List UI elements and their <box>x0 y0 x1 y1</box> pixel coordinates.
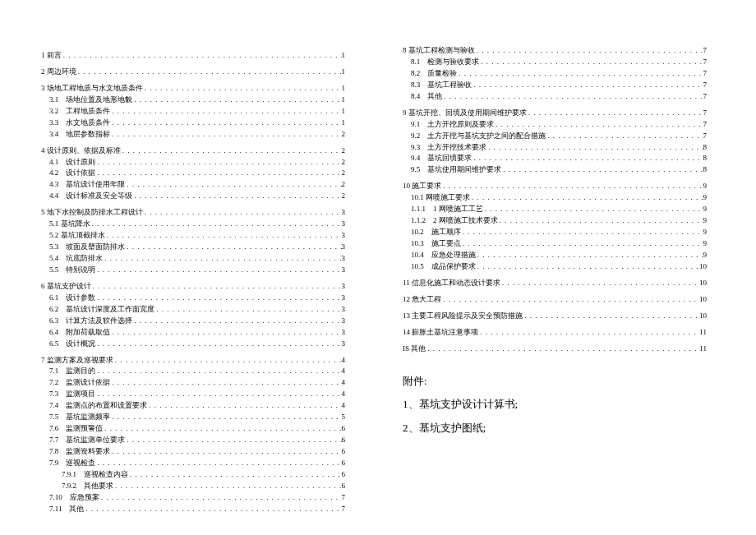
attach-item-2: 2、基坑支护图纸; <box>403 417 707 440</box>
toc-page-number: 2 <box>342 145 346 157</box>
toc-label: 10.4 应急处理措施 <box>411 250 476 261</box>
toc-leader: . . . . . . . . . . . . . . . . . . . . … <box>483 204 703 215</box>
toc-label: 7.4 监测点的布置和设置要求 <box>49 400 147 412</box>
toc-leader: . . . . . . . . . . . . . . . . . . . . … <box>128 469 342 481</box>
toc-label: 14 膨胀土基坑注意事项 <box>403 327 478 339</box>
toc-row: 7.8 监测资料要求. . . . . . . . . . . . . . . … <box>41 446 345 458</box>
toc-leader: . . . . . . . . . . . . . . . . . . . . … <box>494 119 703 131</box>
toc-label: 10.5 成品保护要求 <box>411 261 476 273</box>
toc-leader: . . . . . . . . . . . . . . . . . . . . … <box>110 412 341 423</box>
toc-label: 1.1.2 2 网喷施工技术要求 <box>411 215 498 227</box>
toc-label: 8.1 检测与验收要求 <box>411 57 479 68</box>
toc-row: 13 主要工程风险提示及安全预防措施. . . . . . . . . . . … <box>403 311 707 322</box>
toc-row: 5.4 坑底防排水. . . . . . . . . . . . . . . .… <box>41 253 345 265</box>
toc-row: 6.4 附加荷载取值. . . . . . . . . . . . . . . … <box>41 327 345 339</box>
toc-leader: . . . . . . . . . . . . . . . . . . . . … <box>110 327 341 339</box>
toc-leader: . . . . . . . . . . . . . . . . . . . . … <box>90 219 342 230</box>
toc-leader: . . . . . . . . . . . . . . . . . . . . … <box>125 179 341 191</box>
toc-label: 9.1 土方开挖原则及要求 <box>411 119 494 131</box>
toc-page-number: 2 <box>342 168 346 179</box>
toc-page-number: 7 <box>342 492 346 504</box>
toc-page-number: 6 <box>342 458 346 469</box>
toc-leader: . . . . . . . . . . . . . . . . . . . . … <box>501 164 703 176</box>
toc-label: 5.2 基坑顶截排水 <box>49 230 105 242</box>
toc-page-number: 10 <box>699 294 707 306</box>
toc-row: 9 基坑开挖、回填及使用期间维护要求. . . . . . . . . . . … <box>403 108 707 119</box>
toc-row: 1.1.2 2 网喷施工技术要求. . . . . . . . . . . . … <box>403 215 707 227</box>
toc-page-number: 7 <box>703 108 708 119</box>
toc-label: 7.9 巡视检查 <box>49 458 95 469</box>
toc-row: 10.2 施工顺序. . . . . . . . . . . . . . . .… <box>403 227 707 238</box>
toc-row: 1.1.1 1 网喷施工工艺. . . . . . . . . . . . . … <box>403 204 707 215</box>
toc-page-number: 7 <box>342 504 346 515</box>
toc-row: 9.3 土方开挖技术要求. . . . . . . . . . . . . . … <box>403 142 707 154</box>
toc-page-number: 7 <box>703 119 708 131</box>
toc-label: 5 地下水控制及防排水工程设计 <box>41 207 143 219</box>
toc-row: 7.7 基坑监测单位要求. . . . . . . . . . . . . . … <box>41 435 345 446</box>
toc-page-number: 8 <box>703 164 708 176</box>
toc-leader: . . . . . . . . . . . . . . . . . . . . … <box>113 481 342 492</box>
toc-row: 7.3 监测项目. . . . . . . . . . . . . . . . … <box>41 389 345 400</box>
toc-row: 7.10 应急预案. . . . . . . . . . . . . . . .… <box>41 492 345 504</box>
toc-page-number: 10 <box>699 311 707 322</box>
toc-row: 10.4 应急处理措施. . . . . . . . . . . . . . .… <box>403 250 707 261</box>
toc-row: 8.3 基坑工程验收. . . . . . . . . . . . . . . … <box>403 80 707 91</box>
toc-page-number: 4 <box>342 389 346 400</box>
toc-leader: . . . . . . . . . . . . . . . . . . . . … <box>95 293 341 304</box>
toc-page-number: 11 <box>699 344 707 355</box>
toc-leader: . . . . . . . . . . . . . . . . . . . . … <box>486 142 703 154</box>
toc-label: 6.5 设计概况 <box>49 339 95 350</box>
toc-leader: . . . . . . . . . . . . . . . . . . . . … <box>143 207 342 219</box>
toc-leader: . . . . . . . . . . . . . . . . . . . . … <box>95 168 341 179</box>
toc-row: 8 基坑工程检测与验收. . . . . . . . . . . . . . .… <box>403 45 707 57</box>
toc-leader: . . . . . . . . . . . . . . . . . . . . … <box>441 181 703 192</box>
toc-page-number: 9 <box>703 181 708 192</box>
toc-row: 3.4 地层参数指标. . . . . . . . . . . . . . . … <box>41 129 345 141</box>
toc-row: 7.5 基坑监测频率. . . . . . . . . . . . . . . … <box>41 412 345 423</box>
toc-row: 10.3 施工要点. . . . . . . . . . . . . . . .… <box>403 238 707 250</box>
toc-row: 4.1 设计原则. . . . . . . . . . . . . . . . … <box>41 157 345 168</box>
toc-leader: . . . . . . . . . . . . . . . . . . . . … <box>95 339 341 350</box>
toc-page-number: 8 <box>703 153 708 164</box>
toc-label: 5.5 特别说明 <box>49 265 95 276</box>
toc-leader: . . . . . . . . . . . . . . . . . . . . … <box>147 400 341 412</box>
toc-label: 10.1 网喷施工要求 <box>411 192 470 204</box>
toc-label: 7.1 监测目的 <box>49 366 95 377</box>
page-spread: 1 前言. . . . . . . . . . . . . . . . . . … <box>0 0 756 535</box>
toc-page-number: 1 <box>342 95 346 106</box>
toc-row: 4 设计原则、依据及标准. . . . . . . . . . . . . . … <box>41 145 345 157</box>
toc-row: 14 膨胀土基坑注意事项. . . . . . . . . . . . . . … <box>403 327 707 339</box>
toc-row: 2 周边环境. . . . . . . . . . . . . . . . . … <box>41 67 345 78</box>
toc-leader: . . . . . . . . . . . . . . . . . . . . … <box>103 253 341 265</box>
toc-leader: . . . . . . . . . . . . . . . . . . . . … <box>523 311 699 322</box>
toc-label: 13 主要工程风险提示及安全预防措施 <box>403 311 523 322</box>
toc-leader: . . . . . . . . . . . . . . . . . . . . … <box>125 435 341 446</box>
toc-label: 9.3 土方开挖技术要求 <box>411 142 486 154</box>
toc-page-number: 7 <box>703 57 708 68</box>
toc-row: 7.6 监测预警值. . . . . . . . . . . . . . . .… <box>41 423 345 435</box>
toc-row: 10.1 网喷施工要求. . . . . . . . . . . . . . .… <box>403 192 707 204</box>
toc-page-number: 3 <box>342 253 346 265</box>
toc-leader: . . . . . . . . . . . . . . . . . . . . … <box>478 327 699 339</box>
toc-label: 4.3 基坑设计使用年限 <box>49 179 125 191</box>
toc-leader: . . . . . . . . . . . . . . . . . . . . … <box>476 250 703 261</box>
toc-page-number: 3 <box>342 281 346 293</box>
toc-leader: . . . . . . . . . . . . . . . . . . . . … <box>125 242 341 253</box>
toc-label: 4.2 设计依据 <box>49 168 95 179</box>
toc-page-number: 3 <box>342 207 346 219</box>
toc-row: 8.4 其他. . . . . . . . . . . . . . . . . … <box>403 91 707 103</box>
toc-leader: . . . . . . . . . . . . . . . . . . . . … <box>113 355 342 367</box>
toc-row: 6.1 设计参数. . . . . . . . . . . . . . . . … <box>41 293 345 304</box>
toc-leader: . . . . . . . . . . . . . . . . . . . . … <box>442 91 703 103</box>
toc-leader: . . . . . . . . . . . . . . . . . . . . … <box>95 265 341 276</box>
toc-label: 7.8 监测资料要求 <box>49 446 110 458</box>
toc-label: 3 场地工程地质与水文地质条件 <box>41 83 143 95</box>
toc-page-number: 3 <box>342 219 346 230</box>
toc-leader: . . . . . . . . . . . . . . . . . . . . … <box>110 446 341 458</box>
toc-leader: . . . . . . . . . . . . . . . . . . . . … <box>441 294 699 306</box>
toc-leader: . . . . . . . . . . . . . . . . . . . . … <box>95 458 341 469</box>
toc-page-number: 10 <box>699 261 707 273</box>
toc-leader: . . . . . . . . . . . . . . . . . . . . … <box>470 192 703 204</box>
toc-label: 7.6 监测预警值 <box>49 423 103 435</box>
toc-row: 8.2 质量检验. . . . . . . . . . . . . . . . … <box>403 68 707 80</box>
